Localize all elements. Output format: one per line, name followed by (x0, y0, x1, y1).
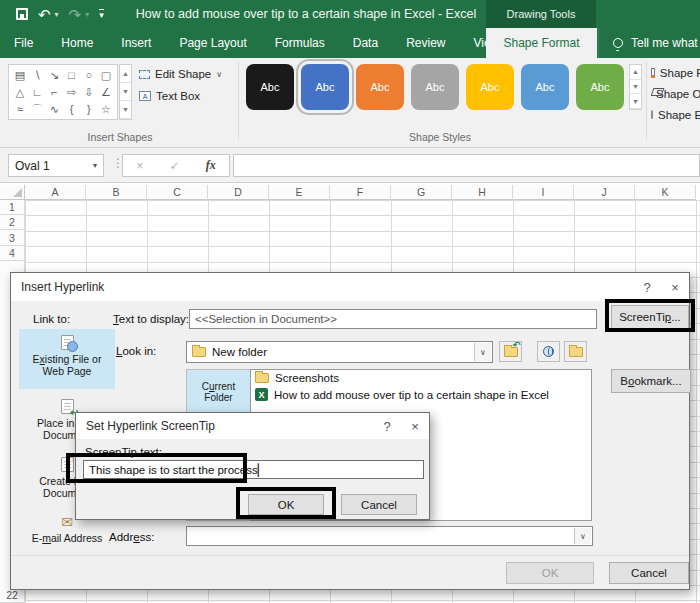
column-header-J[interactable]: J (574, 185, 635, 200)
shape-gallery-icon[interactable]: ∿ (46, 101, 62, 117)
insert-function-icon[interactable]: fx (206, 158, 216, 173)
chevron-down-icon[interactable]: ∨ (474, 343, 491, 361)
save-icon[interactable] (16, 8, 28, 20)
shape-gallery-icon[interactable]: ↘ (46, 67, 62, 83)
shape-styles-scrollbar[interactable]: ▲ ▼ ▼ (629, 64, 642, 110)
up-one-folder-button[interactable]: ↶ (499, 341, 522, 362)
dialog-title-bar[interactable]: Insert Hyperlink (11, 273, 689, 301)
tab-file[interactable]: File (0, 28, 47, 58)
text-to-display-input[interactable]: <<Selection in Document>> (189, 309, 597, 329)
column-header-G[interactable]: G (391, 185, 452, 200)
column-header-K[interactable]: K (635, 185, 696, 200)
row-header-2[interactable]: 2 (0, 215, 24, 230)
shape-effects-button[interactable]: Shape Effects (651, 104, 700, 125)
scroll-more-icon[interactable]: ▼ (630, 94, 641, 109)
shape-gallery-icon[interactable]: } (81, 101, 97, 117)
tell-me-box[interactable]: Tell me what you want to do (598, 28, 700, 58)
shape-gallery-icon[interactable]: ⌒ (29, 101, 45, 117)
shape-gallery-icon[interactable]: △ (12, 84, 28, 100)
shape-gallery-icon[interactable]: ▤ (12, 67, 28, 83)
undo-dropdown-icon[interactable]: ▾ (55, 10, 59, 19)
screentip-text-input[interactable]: This shape is to start the process▏ (83, 460, 424, 479)
shape-gallery-icon[interactable]: ⌐ (46, 84, 62, 100)
column-header-C[interactable]: C (147, 185, 208, 200)
redo-dropdown-icon: ▾ (85, 10, 89, 19)
shape-gallery-icon[interactable]: ▢ (98, 67, 114, 83)
help-icon[interactable]: ? (373, 413, 401, 439)
undo-icon[interactable]: ↶ (38, 7, 51, 22)
shape-gallery-icon[interactable]: ☆ (98, 101, 114, 117)
shape-gallery-icon[interactable]: ∟ (29, 84, 45, 100)
shape-gallery-icon[interactable]: ≈ (12, 101, 28, 117)
shape-style-chip-5[interactable]: Abc (521, 64, 569, 110)
shape-style-chip-1[interactable]: Abc (301, 64, 349, 110)
shape-style-chip-6[interactable]: Abc (576, 64, 624, 110)
close-icon[interactable]: × (401, 413, 429, 439)
shape-gallery-icon[interactable]: ⇩ (81, 84, 97, 100)
shape-fill-button[interactable]: Shape Fill (651, 62, 700, 83)
shape-gallery-icon[interactable]: □ (64, 67, 80, 83)
shape-gallery-icon[interactable]: ⇨ (64, 84, 80, 100)
formula-input[interactable] (233, 154, 700, 177)
sidebar-item-existing-file[interactable]: Existing File or Web Page (19, 329, 115, 389)
insert-shapes-gallery[interactable]: ▤∖↘□○▢△∟⌐⇨⇩∠≈⌒∿{}☆ (8, 64, 118, 120)
shape-gallery-icon[interactable]: ∠ (98, 84, 114, 100)
scroll-up-icon[interactable]: ▲ (120, 65, 131, 83)
column-header-H[interactable]: H (452, 185, 513, 200)
address-input[interactable]: ∨ (186, 526, 593, 546)
tab-data[interactable]: Data (339, 28, 392, 58)
row-header-4[interactable]: 4 (0, 246, 24, 261)
column-header-D[interactable]: D (208, 185, 269, 200)
scroll-down-icon[interactable]: ▼ (630, 80, 641, 95)
browse-file-button[interactable] (564, 341, 587, 362)
shape-gallery-icon[interactable]: { (64, 101, 80, 117)
cancel-button[interactable]: Cancel (341, 494, 417, 515)
name-box[interactable]: Oval 1 ▾ (8, 154, 104, 177)
column-header-I[interactable]: I (513, 185, 574, 200)
tab-review[interactable]: Review (392, 28, 459, 58)
help-icon[interactable]: ? (633, 273, 661, 301)
enter-entry-icon[interactable]: ✓ (169, 159, 179, 173)
ok-button[interactable]: OK (248, 494, 324, 515)
scroll-down-icon[interactable]: ▼ (120, 83, 131, 101)
shape-outline-button[interactable]: Shape Outline (651, 83, 700, 104)
look-in-dropdown[interactable]: New folder ∨ (186, 341, 493, 363)
close-icon[interactable]: × (661, 273, 689, 301)
column-header-F[interactable]: F (330, 185, 391, 200)
bookmark-button[interactable]: Bookmark... (611, 369, 691, 393)
tab-home[interactable]: Home (47, 28, 107, 58)
text-box-button[interactable]: A Text Box (139, 90, 200, 102)
row-header-1[interactable]: 1 (0, 200, 24, 215)
browse-web-button[interactable] (537, 341, 560, 362)
current-folder-tab[interactable]: Current Folder (187, 370, 250, 414)
name-box-dropdown-icon[interactable]: ▾ (93, 161, 97, 170)
shape-style-chip-2[interactable]: Abc (356, 64, 404, 110)
scroll-more-icon[interactable]: ▼ (120, 101, 131, 119)
shape-gallery-icon[interactable]: ∖ (29, 67, 45, 83)
list-item-folder[interactable]: Screenshots (251, 370, 591, 386)
list-item-excel-file[interactable]: X How to add mouse over tip to a certain… (251, 386, 591, 403)
column-header-E[interactable]: E (269, 185, 330, 200)
shapes-gallery-scrollbar[interactable]: ▲ ▼ ▼ (119, 64, 132, 120)
select-all-corner[interactable] (0, 185, 25, 200)
scroll-up-icon[interactable]: ▲ (630, 65, 641, 80)
cancel-button[interactable]: Cancel (609, 562, 689, 584)
lightbulb-icon (613, 38, 623, 48)
shape-style-chip-3[interactable]: Abc (411, 64, 459, 110)
column-header-B[interactable]: B (86, 185, 147, 200)
row-header-3[interactable]: 3 (0, 231, 24, 246)
tab-formulas[interactable]: Formulas (261, 28, 339, 58)
chevron-down-icon[interactable]: ∨ (574, 528, 591, 544)
tab-page-layout[interactable]: Page Layout (165, 28, 260, 58)
shape-style-chip-4[interactable]: Abc (466, 64, 514, 110)
customize-quick-access-icon[interactable]: ▾ (99, 9, 104, 20)
row-header-22[interactable]: 22 (0, 588, 24, 603)
tab-insert[interactable]: Insert (107, 28, 165, 58)
shape-style-chip-0[interactable]: Abc (246, 64, 294, 110)
tab-shape-format[interactable]: Shape Format (486, 28, 597, 58)
column-header-A[interactable]: A (25, 185, 86, 200)
edit-shape-button[interactable]: Edit Shape ∨ (139, 68, 222, 80)
screentip-button[interactable]: ScreenTip... (611, 305, 689, 329)
shape-gallery-icon[interactable]: ○ (81, 67, 97, 83)
cancel-entry-icon[interactable]: × (136, 159, 143, 173)
